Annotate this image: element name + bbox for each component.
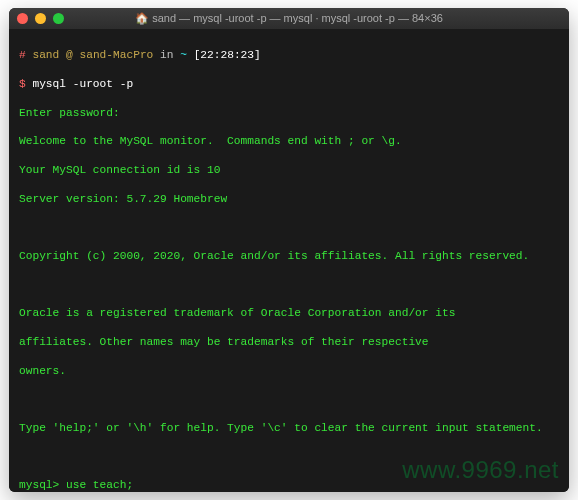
prompt-line-1: # sand @ sand-MacPro in ~ [22:28:23] [19,48,559,62]
output-line: Type 'help;' or '\h' for help. Type '\c'… [19,421,559,435]
blank-line [19,278,559,292]
window-title: 🏠 sand — mysql -uroot -p — mysql · mysql… [9,12,569,25]
prompt-user: sand [32,49,59,61]
output-line: owners. [19,364,559,378]
terminal-window: 🏠 sand — mysql -uroot -p — mysql · mysql… [9,8,569,492]
minimize-icon[interactable] [35,13,46,24]
prompt-hash: # [19,49,26,61]
terminal-body[interactable]: # sand @ sand-MacPro in ~ [22:28:23] $ m… [9,30,569,492]
output-line: Oracle is a registered trademark of Orac… [19,306,559,320]
output-line: Enter password: [19,106,559,120]
blank-line [19,450,559,464]
prompt-at: @ [66,49,73,61]
prompt-dollar: $ [19,78,26,90]
output-line: Your MySQL connection id is 10 [19,163,559,177]
blank-line [19,220,559,234]
prompt-host: sand-MacPro [79,49,153,61]
titlebar: 🏠 sand — mysql -uroot -p — mysql · mysql… [9,8,569,30]
output-line: Copyright (c) 2000, 2020, Oracle and/or … [19,249,559,263]
output-line: Server version: 5.7.29 Homebrew [19,192,559,206]
maximize-icon[interactable] [53,13,64,24]
prompt-in: in [160,49,173,61]
output-line: Welcome to the MySQL monitor. Commands e… [19,134,559,148]
traffic-lights [17,13,64,24]
command: mysql -uroot -p [32,78,133,90]
close-icon[interactable] [17,13,28,24]
prompt-line-2: $ mysql -uroot -p [19,77,559,91]
blank-line [19,392,559,406]
prompt-path: ~ [180,49,187,61]
prompt-time: [22:28:23] [194,49,261,61]
output-line: affiliates. Other names may be trademark… [19,335,559,349]
output-line: mysql> use teach; [19,478,559,492]
